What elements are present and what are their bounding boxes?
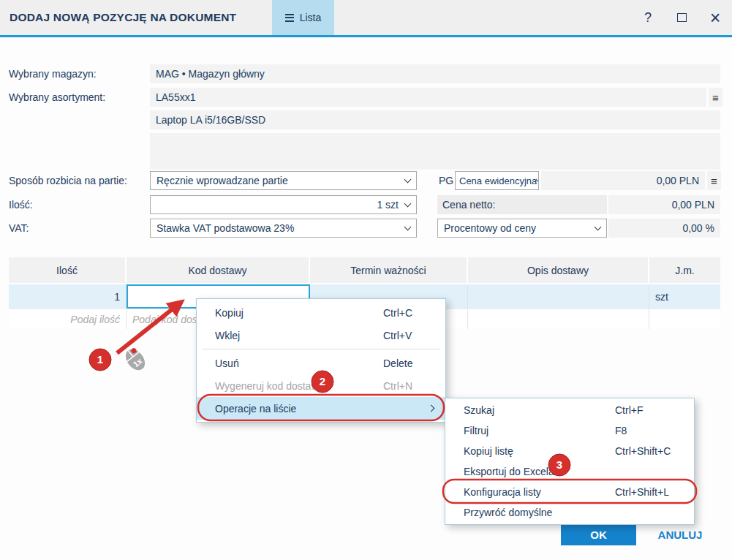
context-menu: Kopiuj Ctrl+C Wklej Ctrl+V Usuń Delete W… bbox=[196, 298, 446, 423]
batch-split-value: Ręcznie wprowadzane partie bbox=[156, 175, 288, 186]
mouse-icon: 1x bbox=[121, 344, 150, 375]
menu-item-shortcut: Ctrl+F bbox=[615, 404, 694, 416]
submenu-item-szukaj[interactable]: Szukaj Ctrl+F bbox=[445, 400, 694, 420]
tab-lista[interactable]: Lista bbox=[272, 0, 334, 35]
assortment-label: Wybrany asortyment: bbox=[9, 88, 105, 107]
menu-icon: ≡ bbox=[711, 175, 717, 186]
column-header-opis-dostawy[interactable]: Opis dostawy bbox=[468, 257, 649, 283]
right-click-dot bbox=[130, 347, 137, 355]
price-menu-button[interactable]: ≡ bbox=[707, 171, 721, 190]
cell-opis-dostawy[interactable] bbox=[468, 284, 649, 309]
net-price-label-strip: Cena netto: bbox=[437, 195, 607, 214]
submenu-item-konfiguracja-listy[interactable]: Konfiguracja listy Ctrl+Shift+L bbox=[445, 482, 694, 502]
price-group-label: PG bbox=[439, 171, 453, 190]
maximize-icon bbox=[677, 13, 687, 22]
discount-type-dropdown[interactable]: Procentowy od ceny bbox=[437, 219, 607, 238]
assortment-code-field[interactable]: LA55xx1 bbox=[150, 88, 706, 107]
dialog-title: DODAJ NOWĄ POZYCJĘ NA DOKUMENT bbox=[10, 0, 236, 35]
submenu-item-kopiuj-liste[interactable]: Kopiuj listę Ctrl+Shift+C bbox=[445, 441, 694, 461]
chevron-down-icon bbox=[404, 200, 412, 208]
assortment-code-value: LA55xx1 bbox=[156, 91, 195, 103]
warehouse-value: MAG • Magazyn główny bbox=[156, 68, 265, 80]
menu-item-wygeneruj-kod-dostawy[interactable]: Wygeneruj kod dostawy Ctrl+N bbox=[197, 374, 445, 397]
discount-value-field: 0,00 % bbox=[608, 219, 720, 238]
net-price-label: Cena netto: bbox=[442, 199, 495, 211]
menu-item-shortcut: Ctrl+N bbox=[383, 380, 445, 392]
menu-item-usun[interactable]: Usuń Delete bbox=[197, 352, 445, 374]
vat-value: Stawka VAT podstawowa 23% bbox=[156, 222, 294, 234]
column-header-kod-dostawy[interactable]: Kod dostawy bbox=[127, 257, 310, 283]
menu-item-label: Usuń bbox=[215, 357, 383, 369]
table-header-row: Ilość Kod dostawy Termin ważności Opis d… bbox=[9, 257, 720, 283]
assortment-name-value: Laptop LA i5/16GB/SSD bbox=[156, 114, 265, 126]
menu-item-label: Przywróć domyślne bbox=[464, 507, 615, 518]
window-controls: ? × bbox=[631, 0, 732, 35]
warehouse-field: MAG • Magazyn główny bbox=[150, 64, 720, 83]
quantity-value: 1 szt bbox=[377, 199, 399, 211]
step-number: 1 bbox=[97, 353, 103, 366]
menu-item-label: Szukaj bbox=[464, 404, 615, 416]
submenu-item-przywroc-domyslne[interactable]: Przywróć domyślne bbox=[445, 502, 694, 523]
menu-item-label: Konfiguracja listy bbox=[464, 486, 615, 498]
assortment-name-field: Laptop LA i5/16GB/SSD bbox=[150, 110, 720, 129]
placeholder-opis-cell[interactable] bbox=[468, 309, 649, 329]
menu-item-label: Kopiuj listę bbox=[464, 445, 615, 457]
batch-split-dropdown[interactable]: Ręcznie wprowadzane partie bbox=[150, 171, 417, 190]
menu-item-label: Eksportuj do Excela bbox=[464, 466, 615, 477]
menu-item-shortcut: Ctrl+V bbox=[383, 330, 445, 341]
warehouse-label: Wybrany magazyn: bbox=[9, 64, 97, 83]
step-badge-1: 1 bbox=[89, 349, 111, 371]
menu-item-label: Wygeneruj kod dostawy bbox=[215, 380, 383, 392]
price-type-value: Cena ewidencyjna bbox=[459, 175, 537, 186]
help-button[interactable]: ? bbox=[631, 0, 665, 35]
quantity-dropdown[interactable]: 1 szt bbox=[150, 195, 417, 214]
cell-qty[interactable]: 1 bbox=[9, 284, 127, 309]
placeholder-qty-cell[interactable]: Podaj ilość bbox=[9, 309, 127, 329]
menu-item-operacje-na-liscie[interactable]: Operacje na liście bbox=[197, 397, 445, 420]
submenu-arrow-icon bbox=[428, 405, 435, 412]
menu-item-label: Filtruj bbox=[464, 425, 615, 436]
menu-item-shortcut: F8 bbox=[615, 425, 694, 436]
net-price-field: 0,00 PLN bbox=[608, 195, 720, 214]
column-header-termin-waznosci[interactable]: Termin ważności bbox=[310, 257, 468, 283]
column-header-jm[interactable]: J.m. bbox=[649, 257, 720, 283]
menu-item-label: Kopiuj bbox=[215, 307, 383, 319]
submenu-item-filtruj[interactable]: Filtruj F8 bbox=[445, 420, 694, 441]
submenu-operacje-na-liscie: Szukaj Ctrl+F Filtruj F8 Kopiuj listę Ct… bbox=[445, 398, 695, 525]
cell-jm[interactable]: szt bbox=[649, 284, 720, 309]
close-button[interactable]: × bbox=[698, 0, 732, 35]
chevron-down-icon bbox=[404, 224, 412, 231]
dialog-add-document-item: DODAJ NOWĄ POZYCJĘ NA DOKUMENT Lista ? ×… bbox=[0, 0, 732, 560]
menu-item-label: Operacje na liście bbox=[215, 403, 383, 415]
assortment-picker-button[interactable]: ≡ bbox=[709, 88, 722, 107]
quantity-label: Ilość: bbox=[9, 195, 33, 214]
menu-item-shortcut: Delete bbox=[383, 357, 445, 369]
submenu-item-eksportuj-do-excela[interactable]: Eksportuj do Excela bbox=[445, 461, 694, 482]
list-icon bbox=[285, 14, 294, 22]
discount-type-value: Procentowy od ceny bbox=[444, 222, 536, 234]
price-value-field: 0,00 PLN bbox=[541, 171, 705, 190]
vat-dropdown[interactable]: Stawka VAT podstawowa 23% bbox=[150, 219, 417, 238]
cancel-button[interactable]: ANULUJ bbox=[651, 523, 709, 545]
close-icon: × bbox=[710, 7, 721, 29]
menu-icon: ≡ bbox=[712, 92, 719, 103]
click-count-label: 1x bbox=[132, 356, 145, 369]
menu-item-shortcut: Ctrl+Shift+L bbox=[615, 486, 694, 498]
chevron-down-icon bbox=[404, 176, 412, 183]
batch-split-label: Sposób rozbicia na partie: bbox=[9, 171, 127, 190]
vat-label: VAT: bbox=[9, 219, 29, 238]
menu-item-shortcut: Ctrl+C bbox=[383, 307, 445, 319]
net-price-value: 0,00 PLN bbox=[672, 199, 714, 211]
column-header-ilosc[interactable]: Ilość bbox=[9, 257, 127, 283]
price-type-dropdown[interactable]: Cena ewidencyjna bbox=[455, 171, 539, 190]
placeholder-jm-cell[interactable] bbox=[649, 309, 720, 329]
price-value: 0,00 PLN bbox=[657, 175, 699, 186]
menu-item-label: Wklej bbox=[215, 330, 383, 341]
menu-item-kopiuj[interactable]: Kopiuj Ctrl+C bbox=[197, 301, 445, 324]
ok-button[interactable]: OK bbox=[561, 523, 636, 545]
assortment-notes-area[interactable] bbox=[150, 133, 720, 170]
title-bar: DODAJ NOWĄ POZYCJĘ NA DOKUMENT Lista ? × bbox=[0, 0, 732, 35]
menu-item-wklej[interactable]: Wklej Ctrl+V bbox=[197, 324, 445, 347]
maximize-button[interactable] bbox=[665, 0, 698, 35]
tab-lista-label: Lista bbox=[300, 12, 322, 23]
